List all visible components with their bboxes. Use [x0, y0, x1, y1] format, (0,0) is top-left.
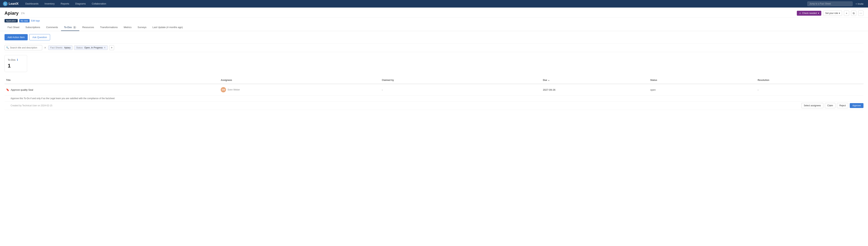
- chevron-down-icon: ▾: [839, 12, 840, 15]
- nav-dashboards[interactable]: Dashboards: [23, 0, 41, 7]
- table-header: Title Assignees Claimed by Due ▲ Status …: [4, 77, 864, 84]
- copy-icon-button[interactable]: ⧉: [851, 10, 856, 16]
- ask-question-button[interactable]: Ask Question: [29, 34, 50, 40]
- col-status: Status: [649, 78, 756, 82]
- todos-stat-value: 1: [8, 63, 24, 69]
- add-filter-button[interactable]: +: [109, 45, 114, 50]
- more-options-button[interactable]: ⋯: [858, 10, 864, 16]
- task-description: Approve this To-Do if and only if as the…: [4, 95, 864, 102]
- set-role-button[interactable]: Set your role ▾: [823, 10, 842, 16]
- col-resolution: Resolution: [756, 78, 864, 82]
- filter-row: 🔍 ✕ Fact Sheets: Apiary Status: Open, In…: [4, 43, 864, 52]
- add-icon-button[interactable]: +: [844, 10, 849, 16]
- tabs-row: Fact Sheet Subscriptions Comments To-Dos…: [0, 24, 868, 31]
- mydata-tag: My data: [19, 19, 30, 22]
- col-due[interactable]: Due ▲: [541, 78, 649, 82]
- status-chip: Status: Open, In Progress ✕: [74, 46, 108, 50]
- assignee-name: Sven Weber: [227, 88, 240, 91]
- logo-text: LeanIX: [9, 2, 19, 5]
- warning-icon: ⚠: [799, 12, 801, 15]
- search-input[interactable]: [4, 45, 42, 50]
- avatar: SW: [221, 87, 226, 92]
- col-claimed-by: Claimed by: [380, 78, 541, 82]
- page-header: Apiary 1% ⚠ Check needed ▾ Set your role…: [0, 7, 868, 18]
- nav-inventory[interactable]: Inventory: [42, 0, 57, 7]
- nav-diagrams[interactable]: Diagrams: [73, 0, 88, 7]
- tab-subscriptions[interactable]: Subscriptions: [23, 24, 43, 31]
- claimed-by-cell: -: [380, 88, 541, 92]
- todos-table: Title Assignees Claimed by Due ▲ Status …: [4, 77, 864, 110]
- action-buttons-row: Add Action Item Ask Question: [4, 34, 864, 40]
- logo-icon: L: [3, 1, 7, 6]
- search-icon: 🔍: [6, 46, 9, 49]
- content-area: Add Action Item Ask Question 🔍 ✕ Fact Sh…: [0, 31, 868, 113]
- tab-metrics[interactable]: Metrics: [121, 24, 135, 31]
- select-assignees-button[interactable]: Select assignees: [801, 103, 824, 108]
- fact-sheets-chip: Fact Sheets: Apiary: [48, 46, 72, 50]
- set-role-label: Set your role: [825, 12, 838, 15]
- fact-sheets-chip-label: Fact Sheets:: [50, 46, 63, 49]
- status-chip-value: Open, In Progress: [84, 46, 103, 49]
- clear-search-button[interactable]: ✕: [44, 46, 47, 50]
- assignee-cell: SW Sven Weber: [219, 86, 380, 93]
- todos-stat-label: To-Dos: [8, 58, 16, 61]
- info-icon[interactable]: ℹ: [17, 58, 18, 61]
- col-title: Title: [4, 78, 219, 82]
- approve-button[interactable]: Approve: [850, 103, 864, 108]
- header-actions: ⚠ Check needed ▾ Set your role ▾ + ⧉ ⋯: [797, 10, 864, 16]
- todos-stats-card: To-Dos ℹ 1: [4, 55, 27, 72]
- fact-sheets-chip-value: Apiary: [64, 46, 70, 49]
- resolution-cell: -: [756, 88, 864, 92]
- task-icon: 🔖: [6, 88, 9, 91]
- table-row: 🔖 Approve quality Seal SW Sven Weber - 2…: [4, 84, 864, 95]
- col-assignees: Assignees: [219, 78, 380, 82]
- task-title-cell: 🔖 Approve quality Seal: [4, 87, 219, 92]
- todos-count: 1: [73, 26, 76, 29]
- jump-to-factsheet-input[interactable]: [807, 1, 852, 6]
- add-action-item-button[interactable]: Add Action Item: [4, 34, 28, 40]
- due-cell: 2027-09-26: [541, 88, 649, 92]
- application-tag: Application: [4, 19, 18, 22]
- task-title: Approve quality Seal: [11, 88, 33, 91]
- search-wrapper: 🔍: [4, 45, 42, 50]
- tab-resources[interactable]: Resources: [79, 24, 97, 31]
- tab-last-update[interactable]: Last Update (4 months ago): [150, 24, 186, 31]
- tab-transformations[interactable]: Transformations: [97, 24, 121, 31]
- nav-reports[interactable]: Reports: [58, 0, 71, 7]
- tab-todos[interactable]: To-Dos 1: [61, 24, 79, 31]
- tab-surveys[interactable]: Surveys: [135, 24, 150, 31]
- check-needed-label: Check needed: [802, 12, 817, 15]
- tab-comments[interactable]: Comments: [43, 24, 61, 31]
- chevron-down-icon: ▾: [818, 12, 819, 15]
- task-meta-text: Created by Technical User on 2024-02-15: [10, 104, 52, 107]
- invite-button[interactable]: + Invite: [854, 2, 865, 5]
- logo[interactable]: L LeanIX: [3, 1, 19, 6]
- tab-fact-sheet[interactable]: Fact Sheet: [4, 24, 23, 31]
- claim-button[interactable]: Claim: [825, 103, 836, 108]
- completion-percent: 1%: [21, 12, 25, 15]
- page-title: Apiary: [4, 10, 19, 16]
- task-actions: Select assignees Claim Reject Approve: [801, 103, 864, 108]
- edit-tags-link[interactable]: Edit tags: [31, 20, 40, 22]
- navbar: L LeanIX Dashboards Inventory Reports Di…: [0, 0, 868, 7]
- status-chip-close[interactable]: ✕: [104, 46, 106, 49]
- status-cell: open: [649, 88, 756, 92]
- check-needed-button[interactable]: ⚠ Check needed ▾: [797, 11, 821, 16]
- nav-collaboration[interactable]: Collaboration: [89, 0, 108, 7]
- tags-row: Application My data Edit tags: [0, 18, 868, 24]
- reject-button[interactable]: Reject: [837, 103, 848, 108]
- task-meta-row: Created by Technical User on 2024-02-15 …: [4, 102, 864, 110]
- status-chip-label: Status:: [76, 46, 83, 49]
- sort-icon: ▲: [548, 79, 550, 81]
